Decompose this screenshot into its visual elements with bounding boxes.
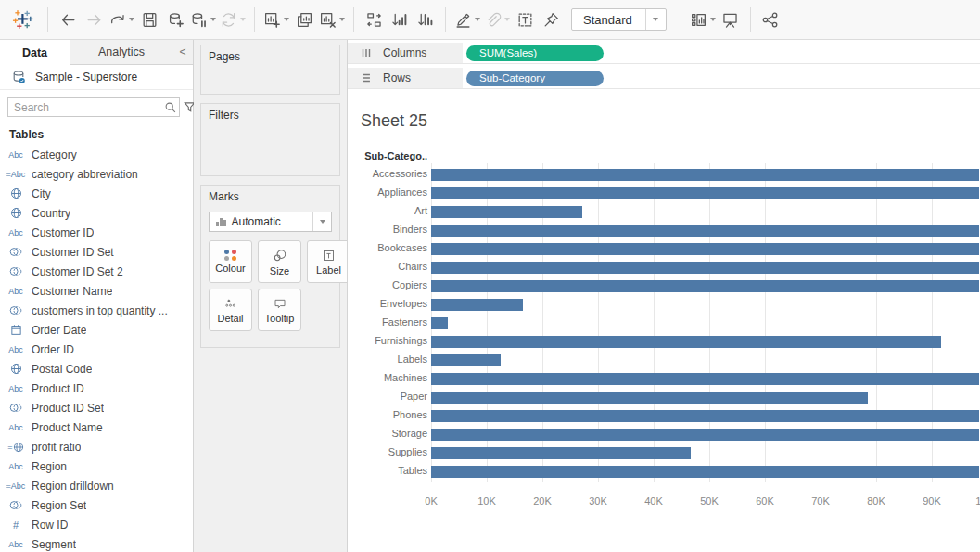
field-item[interactable]: #Row ID bbox=[0, 515, 193, 534]
tables-heading: Tables bbox=[0, 121, 193, 145]
chart-row: Fasteners bbox=[348, 314, 980, 332]
field-item[interactable]: AbcCustomer Name bbox=[0, 281, 193, 301]
columns-shelf[interactable]: Columns SUM(Sales) bbox=[348, 43, 980, 64]
field-item[interactable]: Postal Code bbox=[0, 359, 193, 379]
fit-selector-dropdown[interactable]: Standard bbox=[571, 8, 667, 31]
chevron-down-icon[interactable] bbox=[645, 9, 666, 30]
tab-data[interactable]: Data bbox=[0, 40, 70, 65]
marks-detail-button[interactable]: Detail bbox=[209, 289, 252, 331]
field-item[interactable]: AbcCategory bbox=[0, 145, 193, 164]
save-button[interactable] bbox=[136, 6, 162, 33]
duplicate-button[interactable] bbox=[291, 6, 317, 33]
share-button[interactable] bbox=[757, 6, 783, 33]
field-item[interactable]: customers in top quantity ... bbox=[0, 301, 193, 320]
field-item[interactable]: Customer ID Set bbox=[0, 242, 193, 262]
field-item[interactable]: Product ID Set bbox=[0, 398, 193, 417]
bar-accessories[interactable] bbox=[431, 169, 979, 181]
group-members-button[interactable] bbox=[482, 6, 512, 33]
field-label: Customer ID bbox=[32, 226, 94, 239]
field-item[interactable]: AbcRegion bbox=[0, 456, 193, 476]
marks-colour-button[interactable]: Colour bbox=[209, 240, 252, 283]
field-item[interactable]: =Abccategory abbreviation bbox=[0, 164, 193, 184]
bar-appliances[interactable] bbox=[431, 187, 979, 199]
x-axis[interactable]: 0K10K20K30K40K50K60K70K80K90K100K bbox=[348, 495, 980, 510]
pages-card[interactable]: Pages bbox=[200, 45, 340, 95]
chevron-down-icon[interactable] bbox=[284, 18, 289, 21]
sort-ascending-button[interactable] bbox=[387, 6, 413, 33]
new-worksheet-button[interactable] bbox=[261, 6, 291, 33]
bar-chart-icon bbox=[216, 218, 226, 226]
field-item[interactable]: Customer ID Set 2 bbox=[0, 262, 193, 281]
field-item[interactable]: AbcProduct Name bbox=[0, 417, 193, 437]
highlight-button[interactable] bbox=[452, 6, 482, 33]
rows-shelf[interactable]: Rows Sub-Category bbox=[348, 68, 980, 89]
sort-descending-button[interactable] bbox=[413, 6, 439, 33]
field-item[interactable]: Country bbox=[0, 203, 193, 223]
swap-rows-columns-button[interactable] bbox=[361, 6, 387, 33]
datasource-row[interactable]: Sample - Superstore bbox=[0, 65, 193, 90]
x-tick-label: 0K bbox=[425, 495, 437, 507]
chart-row: Accessories bbox=[348, 165, 980, 184]
bar-fasteners[interactable] bbox=[431, 317, 448, 329]
new-data-source-button[interactable] bbox=[162, 6, 188, 33]
field-item[interactable]: Region Set bbox=[0, 495, 193, 515]
field-item[interactable]: AbcOrder ID bbox=[0, 340, 193, 359]
field-item[interactable]: AbcProduct ID bbox=[0, 379, 193, 398]
collapse-pane-icon[interactable]: < bbox=[172, 40, 193, 64]
replay-button[interactable] bbox=[107, 6, 136, 33]
chart-row: Art bbox=[348, 202, 980, 221]
bar-copiers[interactable] bbox=[431, 280, 979, 292]
run-auto-updates-button[interactable] bbox=[218, 6, 248, 33]
redo-button[interactable] bbox=[81, 6, 107, 33]
tab-analytics[interactable]: Analytics bbox=[70, 40, 172, 64]
bar-phones[interactable] bbox=[431, 410, 979, 422]
field-item[interactable]: City bbox=[0, 184, 193, 203]
bar-paper[interactable] bbox=[431, 392, 868, 404]
pill-sum-sales[interactable]: SUM(Sales) bbox=[466, 45, 604, 61]
bar-tables[interactable] bbox=[431, 466, 979, 478]
size-icon bbox=[272, 248, 287, 263]
filters-card[interactable]: Filters bbox=[200, 103, 340, 176]
chevron-down-icon[interactable] bbox=[475, 18, 480, 21]
bar-art[interactable] bbox=[431, 206, 582, 218]
chevron-down-icon[interactable] bbox=[240, 18, 246, 21]
chevron-down-icon[interactable] bbox=[504, 18, 510, 21]
bar-bookcases[interactable] bbox=[431, 243, 979, 255]
bar-labels[interactable] bbox=[431, 354, 501, 366]
rows-label-text: Rows bbox=[383, 71, 411, 84]
category-label: Art bbox=[348, 205, 427, 216]
fix-axes-button[interactable] bbox=[538, 6, 564, 33]
mark-type-dropdown[interactable]: Automatic bbox=[209, 212, 332, 232]
presentation-mode-button[interactable] bbox=[718, 6, 744, 33]
chevron-down-icon[interactable] bbox=[710, 18, 716, 21]
search-input[interactable] bbox=[8, 101, 161, 114]
marks-tooltip-button[interactable]: Tooltip bbox=[258, 289, 301, 331]
show-mark-labels-button[interactable] bbox=[512, 6, 538, 33]
field-item[interactable]: Order Date bbox=[0, 320, 193, 340]
pause-auto-updates-button[interactable] bbox=[188, 6, 218, 33]
bar-furnishings[interactable] bbox=[431, 336, 941, 348]
bar-envelopes[interactable] bbox=[431, 299, 523, 311]
field-item[interactable]: AbcSegment bbox=[0, 534, 193, 552]
bar-machines[interactable] bbox=[431, 373, 979, 385]
sheet-title[interactable]: Sheet 25 bbox=[361, 111, 427, 131]
show-hide-cards-button[interactable] bbox=[688, 6, 718, 33]
marks-label-button[interactable]: Label bbox=[307, 240, 348, 283]
row-field-header[interactable]: Sub-Catego.. bbox=[348, 150, 427, 161]
bar-storage[interactable] bbox=[431, 429, 979, 441]
chevron-down-icon[interactable] bbox=[312, 212, 331, 231]
field-item[interactable]: =profit ratio bbox=[0, 437, 193, 456]
undo-button[interactable] bbox=[55, 6, 81, 33]
chevron-down-icon[interactable] bbox=[210, 18, 216, 21]
columns-label-text: Columns bbox=[383, 46, 426, 59]
bar-binders[interactable] bbox=[431, 225, 979, 237]
field-item[interactable]: AbcCustomer ID bbox=[0, 223, 193, 242]
bar-supplies[interactable] bbox=[431, 447, 691, 459]
chevron-down-icon[interactable] bbox=[129, 18, 134, 21]
bar-chairs[interactable] bbox=[431, 262, 979, 274]
chevron-down-icon[interactable] bbox=[339, 18, 345, 21]
field-item[interactable]: =AbcRegion drilldown bbox=[0, 476, 193, 495]
pill-sub-category[interactable]: Sub-Category bbox=[466, 71, 604, 86]
clear-sheet-button[interactable] bbox=[317, 6, 347, 33]
marks-size-button[interactable]: Size bbox=[258, 240, 301, 283]
